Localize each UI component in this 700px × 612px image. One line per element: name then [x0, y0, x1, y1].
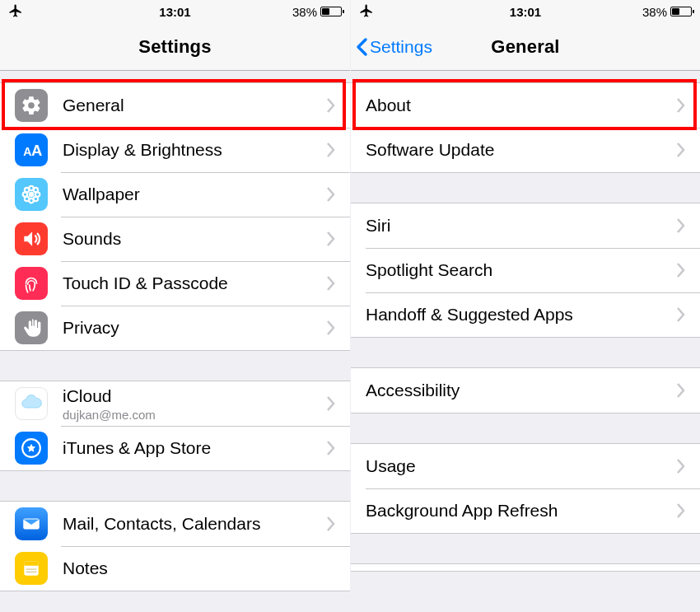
row-label: Spotlight Search	[366, 260, 677, 280]
row-label: Mail, Contacts, Calendars	[63, 514, 327, 534]
chevron-right-icon	[327, 142, 335, 157]
row-label: General	[63, 96, 327, 115]
svg-point-9	[25, 197, 29, 201]
mail-icon	[15, 507, 48, 540]
general-row-bg-refresh[interactable]: Background App Refresh	[351, 488, 700, 533]
svg-rect-14	[24, 561, 38, 565]
row-label: Siri	[366, 216, 677, 236]
svg-point-10	[34, 197, 38, 201]
svg-text:A: A	[23, 145, 31, 158]
chevron-right-icon	[677, 218, 685, 233]
general-row-software-update[interactable]: Software Update	[351, 128, 700, 172]
chevron-right-icon	[327, 231, 335, 246]
general-group-2: Siri Spotlight Search Handoff & Suggeste…	[351, 203, 700, 338]
settings-row-general[interactable]: General	[0, 83, 350, 128]
row-label: Handoff & Suggested Apps	[366, 305, 677, 325]
chevron-right-icon	[677, 307, 685, 322]
battery-percent: 38%	[642, 5, 667, 19]
appstore-icon	[15, 432, 48, 465]
fingerprint-icon	[15, 267, 48, 300]
settings-row-icloud[interactable]: iCloud dujkan@me.com	[0, 381, 350, 426]
row-label: iCloud	[63, 386, 327, 406]
chevron-right-icon	[327, 396, 335, 411]
settings-row-notes[interactable]: Notes	[0, 546, 350, 591]
notes-icon	[15, 552, 48, 585]
nav-header: Settings General	[351, 23, 700, 71]
general-row-spotlight[interactable]: Spotlight Search	[351, 248, 700, 292]
status-bar: 13:01 38%	[351, 0, 700, 23]
row-label: Accessibility	[366, 381, 677, 400]
general-group-4: Usage Background App Refresh	[351, 443, 700, 534]
row-label: Background App Refresh	[366, 501, 677, 521]
general-group-3: Accessibility	[351, 367, 700, 413]
battery-icon	[320, 7, 342, 16]
settings-row-display[interactable]: AA Display & Brightness	[0, 128, 350, 172]
settings-group-services: iCloud dujkan@me.com iTunes & App Store	[0, 381, 350, 471]
row-label: Wallpaper	[63, 185, 327, 204]
hand-icon	[15, 311, 48, 344]
chevron-right-icon	[327, 320, 335, 335]
status-bar: 13:01 38%	[0, 0, 350, 23]
settings-row-itunes[interactable]: iTunes & App Store	[0, 426, 350, 470]
general-row-about[interactable]: About	[351, 83, 700, 128]
settings-row-sounds[interactable]: Sounds	[0, 217, 350, 261]
left-phone: 13:01 38% Settings General AA Display & …	[0, 0, 350, 612]
row-label: Display & Brightness	[63, 140, 327, 160]
general-row-siri[interactable]: Siri	[351, 203, 700, 248]
general-group-5-peek	[351, 563, 700, 572]
row-label: About	[366, 96, 677, 115]
svg-point-8	[34, 188, 38, 192]
battery-icon	[670, 7, 692, 16]
text-size-icon: AA	[15, 133, 48, 166]
settings-row-mail[interactable]: Mail, Contacts, Calendars	[0, 502, 350, 546]
speaker-icon	[15, 222, 48, 255]
chevron-right-icon	[677, 503, 685, 518]
chevron-right-icon	[327, 441, 335, 455]
chevron-right-icon	[327, 98, 335, 113]
general-row-handoff[interactable]: Handoff & Suggested Apps	[351, 292, 700, 337]
row-label: Privacy	[63, 318, 327, 338]
chevron-right-icon	[327, 187, 335, 202]
general-group-1: About Software Update	[351, 82, 700, 173]
settings-group-device: General AA Display & Brightness Wallpape…	[0, 82, 350, 351]
general-row-accessibility[interactable]: Accessibility	[351, 368, 700, 413]
row-label: Touch ID & Passcode	[63, 273, 327, 293]
row-label: Software Update	[366, 140, 677, 160]
row-label: iTunes & App Store	[63, 438, 327, 458]
general-row-usage[interactable]: Usage	[351, 444, 700, 488]
battery-percent: 38%	[292, 5, 317, 19]
row-subtitle: dujkan@me.com	[63, 408, 327, 422]
flower-icon	[15, 178, 48, 211]
settings-row-touchid[interactable]: Touch ID & Passcode	[0, 261, 350, 306]
page-title: General	[351, 36, 700, 58]
gear-icon	[15, 89, 48, 122]
svg-point-2	[29, 192, 35, 198]
svg-text:A: A	[31, 142, 42, 159]
chevron-right-icon	[677, 263, 685, 278]
settings-row-wallpaper[interactable]: Wallpaper	[0, 172, 350, 217]
svg-point-7	[25, 188, 29, 192]
chevron-right-icon	[677, 383, 685, 398]
row-label: Sounds	[63, 229, 327, 249]
row-label: Notes	[63, 558, 335, 578]
nav-header: Settings	[0, 23, 350, 71]
chevron-right-icon	[327, 276, 335, 291]
chevron-right-icon	[677, 98, 685, 113]
page-title: Settings	[0, 36, 350, 58]
row-label: Usage	[366, 456, 677, 476]
chevron-right-icon	[677, 142, 685, 157]
settings-group-apps: Mail, Contacts, Calendars Notes	[0, 501, 350, 591]
chevron-right-icon	[327, 516, 335, 531]
settings-row-privacy[interactable]: Privacy	[0, 306, 350, 350]
right-phone: 13:01 38% Settings General About Softwar…	[350, 0, 700, 612]
chevron-right-icon	[677, 459, 685, 474]
cloud-icon	[15, 387, 48, 420]
